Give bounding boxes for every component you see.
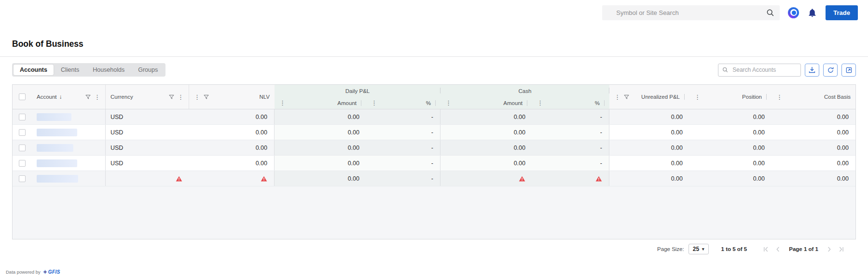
redacted-account-chip [37, 113, 71, 121]
daily-amount-cell: 0.00 [275, 125, 366, 140]
warning-icon[interactable] [519, 176, 525, 182]
page-size-select[interactable]: 25 ▾ [689, 244, 709, 254]
resize-handle[interactable] [604, 100, 605, 106]
column-menu-icon[interactable]: ⋮ [776, 94, 783, 100]
row-checkbox[interactable] [19, 175, 26, 182]
column-header-nlv[interactable]: ⋮ NLV [189, 85, 275, 109]
tab-groups[interactable]: Groups [132, 65, 164, 75]
cash-amount-cell: 0.00 [441, 140, 532, 155]
warning-icon[interactable] [176, 176, 182, 182]
accounts-grid: Account ↓ ⋮ Currency ⋮ ⋮ NLV [12, 84, 856, 239]
search-icon [722, 66, 728, 73]
resize-handle[interactable] [435, 100, 436, 106]
first-page-icon[interactable] [763, 247, 769, 252]
page-nav: Page 1 of 1 [763, 246, 844, 252]
column-header-cash-percent[interactable]: ⋮ % [532, 97, 609, 109]
group-label: Cash [519, 88, 532, 94]
account-cell [32, 171, 106, 186]
daily-percent-cell: - [366, 125, 441, 140]
column-header-daily-amount[interactable]: ⋮ Amount [275, 97, 366, 109]
page-size-label: Page Size: [657, 246, 684, 252]
trade-button[interactable]: Trade [826, 5, 858, 20]
row-checkbox[interactable] [19, 160, 26, 167]
resize-handle[interactable] [684, 94, 685, 100]
group-header-daily-pl: Daily P&L [275, 85, 441, 97]
prev-page-icon[interactable] [776, 247, 780, 252]
search-icon[interactable] [766, 9, 774, 17]
column-label: Amount [503, 100, 523, 106]
last-page-icon[interactable] [839, 247, 844, 252]
resize-handle[interactable] [527, 100, 527, 106]
daily-percent-cell: - [366, 140, 441, 155]
column-header-cash-amount[interactable]: ⋮ Amount [441, 97, 532, 109]
column-menu-icon[interactable]: ⋮ [94, 94, 100, 100]
gfis-logo[interactable]: GFIS [43, 269, 60, 275]
table-row[interactable]: USD 0.00 0.00 - 0.00 - 0.00 0.00 0.00 [13, 156, 855, 171]
row-checkbox[interactable] [19, 114, 26, 120]
resize-handle[interactable] [766, 94, 767, 100]
accounts-search-input[interactable] [731, 66, 797, 74]
cost-basis-cell: 0.00 [772, 140, 855, 155]
column-header-unrealized-pl[interactable]: ⋮ Unrealized P&L [609, 85, 689, 109]
unrealized-pl-cell: 0.00 [609, 125, 689, 140]
global-search[interactable] [602, 5, 780, 20]
next-page-icon[interactable] [827, 247, 831, 252]
accounts-search[interactable] [718, 64, 801, 77]
redacted-account-chip [37, 129, 77, 136]
currency-cell [106, 171, 189, 186]
table-row[interactable]: USD 0.00 0.00 - 0.00 - 0.00 0.00 0.00 [13, 109, 855, 125]
row-checkbox[interactable] [19, 145, 26, 151]
column-header-daily-percent[interactable]: ⋮ % [366, 97, 441, 109]
profile-globe-icon[interactable] [788, 7, 799, 18]
refresh-button[interactable] [823, 64, 838, 77]
resize-handle[interactable] [361, 100, 361, 106]
warning-icon[interactable] [261, 176, 267, 182]
table-row[interactable]: 0.00 - 0.00 0.00 0.00 [13, 171, 855, 186]
cost-basis-cell: 0.00 [772, 156, 855, 171]
column-menu-icon[interactable]: ⋮ [371, 100, 377, 106]
account-cell [32, 156, 106, 171]
tab-households[interactable]: Households [86, 65, 131, 75]
table-row[interactable]: USD 0.00 0.00 - 0.00 - 0.00 0.00 0.00 [13, 125, 855, 140]
column-label: Account [37, 94, 57, 100]
brand-star-icon [43, 270, 47, 274]
column-header-currency[interactable]: Currency ⋮ [106, 85, 189, 109]
sort-desc-icon[interactable]: ↓ [59, 93, 62, 100]
column-menu-icon[interactable]: ⋮ [279, 100, 286, 106]
column-menu-icon[interactable]: ⋮ [537, 100, 543, 106]
filter-icon[interactable] [204, 94, 209, 100]
page-size-value: 25 [693, 246, 699, 252]
download-button[interactable] [805, 64, 819, 77]
nlv-cell: 0.00 [189, 109, 275, 124]
table-row[interactable]: USD 0.00 0.00 - 0.00 - 0.00 0.00 0.00 [13, 140, 855, 156]
warning-icon[interactable] [595, 176, 602, 182]
redacted-account-chip [37, 144, 73, 152]
cash-percent-cell: - [532, 156, 609, 171]
title-divider [0, 56, 868, 57]
position-cell: 0.00 [689, 140, 772, 155]
filter-icon[interactable] [624, 94, 629, 100]
refresh-icon [827, 66, 834, 74]
row-range-text: 1 to 5 of 5 [721, 246, 747, 252]
filter-icon[interactable] [169, 94, 174, 100]
cash-amount-cell [441, 171, 532, 186]
column-menu-icon[interactable]: ⋮ [178, 94, 184, 100]
column-label: Amount [337, 100, 357, 106]
tab-clients[interactable]: Clients [55, 65, 85, 75]
column-header-account[interactable]: Account ↓ ⋮ [32, 85, 106, 109]
tab-accounts[interactable]: Accounts [14, 65, 54, 75]
column-menu-icon[interactable]: ⋮ [694, 94, 701, 100]
group-label: Daily P&L [345, 88, 370, 94]
notifications-bell-icon[interactable] [807, 8, 817, 18]
column-menu-icon[interactable]: ⋮ [445, 100, 452, 106]
column-header-position[interactable]: ⋮ Position [689, 85, 772, 109]
row-checkbox[interactable] [19, 129, 26, 136]
global-search-input[interactable] [615, 9, 762, 17]
position-cell: 0.00 [689, 171, 772, 186]
select-all-checkbox[interactable] [19, 93, 26, 100]
filter-icon[interactable] [85, 94, 91, 100]
column-menu-icon[interactable]: ⋮ [194, 94, 200, 100]
column-menu-icon[interactable]: ⋮ [614, 94, 620, 100]
expand-button[interactable] [841, 64, 856, 77]
column-header-cost-basis[interactable]: ⋮ Cost Basis [772, 85, 855, 109]
